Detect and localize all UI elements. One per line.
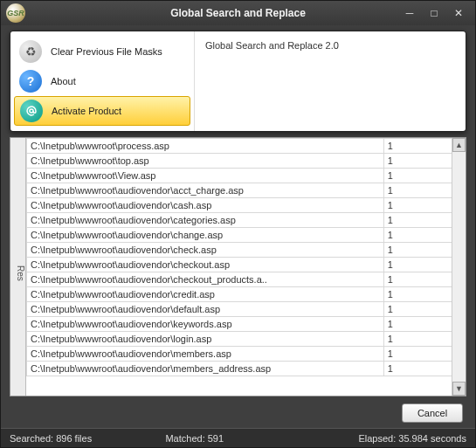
close-button[interactable]: ✕ bbox=[451, 6, 466, 20]
scroll-track[interactable] bbox=[452, 152, 466, 382]
table-row[interactable]: C:\Inetpub\wwwroot\audiovendor\cash.asp1 bbox=[27, 198, 466, 213]
table-row[interactable]: C:\Inetpub\wwwroot\audiovendor\acct_char… bbox=[27, 183, 466, 198]
status-matched: Matched: 591 bbox=[165, 433, 286, 444]
menu-info-pane: Global Search and Replace 2.0 bbox=[194, 31, 466, 131]
app-window: GSR Global Search and Replace ─ □ ✕ ♻ Cl… bbox=[0, 0, 476, 448]
results-pane: Res C:\Inetpub\wwwroot\process.asp1C:\In… bbox=[10, 137, 466, 396]
cancel-button[interactable]: Cancel bbox=[402, 403, 463, 423]
table-row[interactable]: C:\Inetpub\wwwroot\audiovendor\checkout.… bbox=[27, 258, 466, 272]
table-row[interactable]: C:\Inetpub\wwwroot\audiovendor\login.asp… bbox=[27, 332, 466, 347]
scroll-down-icon[interactable]: ▼ bbox=[452, 382, 466, 396]
file-path-cell: C:\Inetpub\wwwroot\audiovendor\default.a… bbox=[27, 302, 384, 317]
at-sign-icon bbox=[20, 100, 43, 122]
file-path-cell: C:\Inetpub\wwwroot\audiovendor\acct_char… bbox=[27, 183, 384, 198]
recycle-icon: ♻ bbox=[19, 40, 42, 63]
file-path-cell: C:\Inetpub\wwwroot\audiovendor\categorie… bbox=[27, 213, 384, 228]
table-row[interactable]: C:\Inetpub\wwwroot\audiovendor\members.a… bbox=[27, 347, 466, 362]
table-row[interactable]: C:\Inetpub\wwwroot\audiovendor\checkout_… bbox=[27, 272, 466, 287]
table-row[interactable]: C:\Inetpub\wwwroot\audiovendor\check.asp… bbox=[27, 243, 466, 258]
menu-item-clear-masks[interactable]: ♻ Clear Previous File Masks bbox=[14, 37, 190, 66]
menu-item-about[interactable]: ? About bbox=[14, 66, 190, 96]
table-row[interactable]: C:\Inetpub\wwwroot\View.asp1 bbox=[27, 169, 466, 183]
file-path-cell: C:\Inetpub\wwwroot\process.asp bbox=[27, 139, 384, 154]
product-version-text: Global Search and Replace 2.0 bbox=[205, 40, 455, 51]
file-path-cell: C:\Inetpub\wwwroot\audiovendor\checkout_… bbox=[27, 272, 384, 287]
file-path-cell: C:\Inetpub\wwwroot\top.asp bbox=[27, 154, 384, 169]
table-row[interactable]: C:\Inetpub\wwwroot\audiovendor\categorie… bbox=[27, 213, 466, 228]
table-row[interactable]: C:\Inetpub\wwwroot\audiovendor\credit.as… bbox=[27, 287, 466, 302]
menu-label-clear: Clear Previous File Masks bbox=[51, 46, 162, 57]
titlebar[interactable]: GSR Global Search and Replace ─ □ ✕ bbox=[1, 1, 475, 25]
file-path-cell: C:\Inetpub\wwwroot\audiovendor\login.asp bbox=[27, 332, 384, 347]
status-searched: Searched: 896 files bbox=[10, 433, 130, 444]
maximize-button[interactable]: □ bbox=[426, 6, 442, 20]
table-row[interactable]: C:\Inetpub\wwwroot\audiovendor\change.as… bbox=[27, 228, 466, 243]
info-icon: ? bbox=[19, 70, 42, 93]
menu-list: ♻ Clear Previous File Masks ? About Acti… bbox=[10, 31, 194, 131]
menu-item-activate[interactable]: Activate Product bbox=[14, 96, 190, 126]
file-path-cell: C:\Inetpub\wwwroot\audiovendor\checkout.… bbox=[27, 258, 384, 272]
app-menu-panel: ♻ Clear Previous File Masks ? About Acti… bbox=[10, 31, 466, 132]
file-path-cell: C:\Inetpub\wwwroot\View.asp bbox=[27, 169, 384, 183]
menu-label-about: About bbox=[51, 76, 76, 86]
status-bar: Searched: 896 files Matched: 591 Elapsed… bbox=[1, 428, 475, 447]
table-row[interactable]: C:\Inetpub\wwwroot\audiovendor\keywords.… bbox=[27, 317, 466, 332]
scroll-up-icon[interactable]: ▲ bbox=[452, 138, 466, 152]
vertical-scrollbar[interactable]: ▲ ▼ bbox=[452, 138, 466, 396]
app-icon: GSR bbox=[6, 3, 25, 23]
table-row[interactable]: C:\Inetpub\wwwroot\audiovendor\members_a… bbox=[27, 362, 466, 376]
file-path-cell: C:\Inetpub\wwwroot\audiovendor\change.as… bbox=[27, 228, 384, 243]
file-path-cell: C:\Inetpub\wwwroot\audiovendor\check.asp bbox=[27, 243, 384, 258]
file-path-cell: C:\Inetpub\wwwroot\audiovendor\members.a… bbox=[27, 347, 384, 362]
results-table: C:\Inetpub\wwwroot\process.asp1C:\Inetpu… bbox=[26, 138, 466, 376]
results-tab[interactable]: Res bbox=[10, 138, 26, 396]
file-path-cell: C:\Inetpub\wwwroot\audiovendor\keywords.… bbox=[27, 317, 384, 332]
table-row[interactable]: C:\Inetpub\wwwroot\top.asp1 bbox=[27, 154, 466, 169]
window-controls: ─ □ ✕ bbox=[402, 6, 475, 20]
file-path-cell: C:\Inetpub\wwwroot\audiovendor\members_a… bbox=[27, 362, 384, 376]
footer-button-row: Cancel bbox=[1, 400, 475, 428]
menu-label-activate: Activate Product bbox=[52, 106, 121, 116]
table-row[interactable]: C:\Inetpub\wwwroot\process.asp1 bbox=[27, 139, 466, 154]
minimize-button[interactable]: ─ bbox=[402, 6, 417, 20]
file-path-cell: C:\Inetpub\wwwroot\audiovendor\cash.asp bbox=[27, 198, 384, 213]
results-table-wrap: C:\Inetpub\wwwroot\process.asp1C:\Inetpu… bbox=[26, 138, 466, 396]
file-path-cell: C:\Inetpub\wwwroot\audiovendor\credit.as… bbox=[27, 287, 384, 302]
status-elapsed: Elapsed: 35.984 seconds bbox=[321, 433, 466, 444]
table-row[interactable]: C:\Inetpub\wwwroot\audiovendor\default.a… bbox=[27, 302, 466, 317]
